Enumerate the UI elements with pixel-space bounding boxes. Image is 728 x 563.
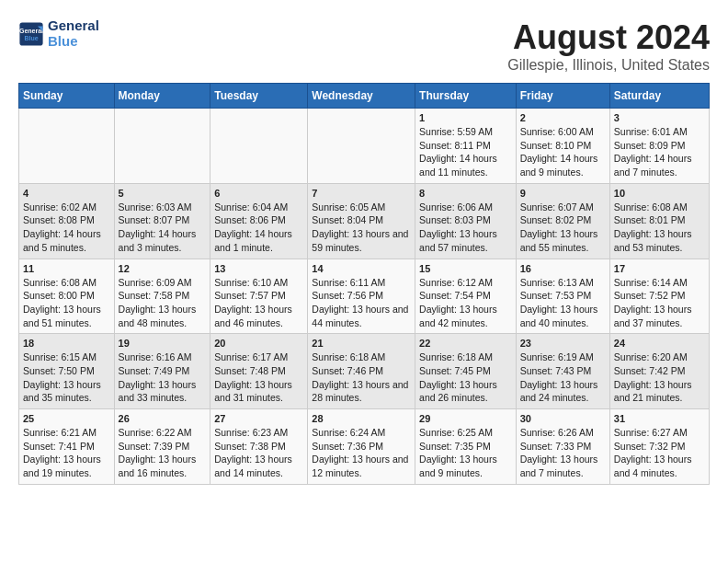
day-info: Daylight: 13 hours and 57 minutes. xyxy=(419,227,512,254)
day-info: Daylight: 13 hours and 42 minutes. xyxy=(419,303,512,329)
day-info: Daylight: 13 hours and 35 minutes. xyxy=(23,378,110,405)
day-number: 17 xyxy=(614,263,705,274)
day-info: Sunrise: 6:19 AM xyxy=(520,350,606,364)
day-info: Sunrise: 6:05 AM xyxy=(312,201,411,214)
calendar-cell: 24Sunrise: 6:20 AMSunset: 7:42 PMDayligh… xyxy=(609,334,709,409)
day-info: Sunrise: 6:18 AM xyxy=(312,350,411,364)
day-info: Daylight: 13 hours and 37 minutes. xyxy=(614,303,705,329)
day-info: Sunrise: 6:06 AM xyxy=(419,201,512,214)
day-info: Sunrise: 6:03 AM xyxy=(119,201,207,214)
day-info: Sunrise: 6:27 AM xyxy=(614,426,705,440)
day-info: Sunrise: 6:17 AM xyxy=(214,350,303,364)
week-row-2: 4Sunrise: 6:02 AMSunset: 8:08 PMDaylight… xyxy=(19,183,710,259)
day-info: Daylight: 14 hours and 11 minutes. xyxy=(419,152,512,178)
day-number: 2 xyxy=(520,112,606,123)
day-info: Daylight: 13 hours and 44 minutes. xyxy=(312,303,411,329)
day-number: 21 xyxy=(312,338,411,349)
day-info: Daylight: 14 hours and 5 minutes. xyxy=(23,227,110,254)
day-info: Daylight: 13 hours and 53 minutes. xyxy=(614,227,705,254)
day-number: 3 xyxy=(614,112,705,123)
day-info: Sunset: 7:54 PM xyxy=(419,289,512,303)
week-row-3: 11Sunrise: 6:08 AMSunset: 8:00 PMDayligh… xyxy=(19,259,710,334)
column-header-wednesday: Wednesday xyxy=(308,84,415,109)
day-info: Daylight: 13 hours and 26 minutes. xyxy=(419,378,512,405)
calendar-header-row: SundayMondayTuesdayWednesdayThursdayFrid… xyxy=(19,84,710,109)
day-info: Sunset: 8:07 PM xyxy=(119,213,207,227)
day-info: Daylight: 13 hours and 28 minutes. xyxy=(312,378,411,405)
calendar-cell xyxy=(114,109,210,184)
day-number: 28 xyxy=(312,413,411,424)
day-info: Daylight: 13 hours and 24 minutes. xyxy=(520,378,606,405)
day-info: Sunset: 8:11 PM xyxy=(419,139,512,153)
calendar-cell xyxy=(308,109,415,184)
column-header-thursday: Thursday xyxy=(415,84,517,109)
day-info: Sunrise: 6:21 AM xyxy=(23,426,110,440)
day-info: Daylight: 13 hours and 7 minutes. xyxy=(520,453,606,479)
day-info: Sunset: 8:02 PM xyxy=(520,213,606,227)
day-info: Sunrise: 6:13 AM xyxy=(520,276,606,290)
day-info: Sunset: 8:00 PM xyxy=(23,289,110,303)
day-info: Sunset: 7:39 PM xyxy=(119,440,207,454)
calendar-cell: 28Sunrise: 6:24 AMSunset: 7:36 PMDayligh… xyxy=(308,409,415,485)
day-info: Daylight: 13 hours and 4 minutes. xyxy=(614,453,705,479)
calendar-cell: 22Sunrise: 6:18 AMSunset: 7:45 PMDayligh… xyxy=(415,334,517,409)
day-info: Sunset: 8:01 PM xyxy=(614,213,705,227)
column-header-friday: Friday xyxy=(516,84,609,109)
day-info: Daylight: 13 hours and 9 minutes. xyxy=(419,453,512,479)
day-info: Sunset: 7:38 PM xyxy=(214,440,303,454)
calendar-cell xyxy=(19,109,115,184)
day-info: Sunrise: 6:12 AM xyxy=(419,276,512,290)
day-info: Sunset: 7:52 PM xyxy=(614,289,705,303)
day-info: Sunset: 7:33 PM xyxy=(520,440,606,454)
day-info: Sunset: 8:10 PM xyxy=(520,139,606,153)
logo-text-blue: Blue xyxy=(48,34,99,50)
calendar-cell: 17Sunrise: 6:14 AMSunset: 7:52 PMDayligh… xyxy=(609,259,709,334)
day-number: 30 xyxy=(520,413,606,424)
calendar-cell: 10Sunrise: 6:08 AMSunset: 8:01 PMDayligh… xyxy=(609,183,709,259)
day-number: 19 xyxy=(119,338,207,349)
calendar-cell: 26Sunrise: 6:22 AMSunset: 7:39 PMDayligh… xyxy=(114,409,210,485)
day-info: Sunrise: 6:08 AM xyxy=(23,276,110,290)
day-number: 9 xyxy=(520,188,606,199)
day-info: Sunset: 8:09 PM xyxy=(614,139,705,153)
calendar-cell: 2Sunrise: 6:00 AMSunset: 8:10 PMDaylight… xyxy=(516,109,609,184)
day-info: Sunrise: 6:04 AM xyxy=(214,201,303,214)
day-info: Sunrise: 6:08 AM xyxy=(614,201,705,214)
calendar-cell: 29Sunrise: 6:25 AMSunset: 7:35 PMDayligh… xyxy=(415,409,517,485)
calendar-cell: 11Sunrise: 6:08 AMSunset: 8:00 PMDayligh… xyxy=(19,259,115,334)
day-info: Sunrise: 6:26 AM xyxy=(520,426,606,440)
day-info: Daylight: 14 hours and 7 minutes. xyxy=(614,152,705,178)
calendar-cell: 20Sunrise: 6:17 AMSunset: 7:48 PMDayligh… xyxy=(210,334,308,409)
day-info: Sunset: 8:06 PM xyxy=(214,213,303,227)
calendar-cell: 9Sunrise: 6:07 AMSunset: 8:02 PMDaylight… xyxy=(516,183,609,259)
day-number: 14 xyxy=(312,263,411,274)
day-info: Sunset: 8:04 PM xyxy=(312,213,411,227)
day-number: 23 xyxy=(520,338,606,349)
day-info: Daylight: 13 hours and 14 minutes. xyxy=(214,453,303,479)
calendar-cell: 25Sunrise: 6:21 AMSunset: 7:41 PMDayligh… xyxy=(19,409,115,485)
calendar-cell: 27Sunrise: 6:23 AMSunset: 7:38 PMDayligh… xyxy=(210,409,308,485)
day-info: Sunrise: 6:11 AM xyxy=(312,276,411,290)
day-info: Sunrise: 6:00 AM xyxy=(520,125,606,139)
day-number: 22 xyxy=(419,338,512,349)
day-info: Sunset: 7:45 PM xyxy=(419,364,512,378)
day-info: Daylight: 13 hours and 33 minutes. xyxy=(119,378,207,405)
day-number: 10 xyxy=(614,188,705,199)
day-info: Daylight: 13 hours and 31 minutes. xyxy=(214,378,303,405)
calendar-cell xyxy=(210,109,308,184)
day-number: 29 xyxy=(419,413,512,424)
calendar-cell: 21Sunrise: 6:18 AMSunset: 7:46 PMDayligh… xyxy=(308,334,415,409)
day-info: Daylight: 13 hours and 55 minutes. xyxy=(520,227,606,254)
day-info: Sunset: 7:49 PM xyxy=(119,364,207,378)
logo: General Blue General Blue xyxy=(18,18,99,49)
day-info: Sunset: 7:46 PM xyxy=(312,364,411,378)
day-info: Daylight: 13 hours and 19 minutes. xyxy=(23,453,110,479)
day-number: 8 xyxy=(419,188,512,199)
day-info: Sunset: 8:08 PM xyxy=(23,213,110,227)
day-number: 6 xyxy=(214,188,303,199)
calendar-cell: 1Sunrise: 5:59 AMSunset: 8:11 PMDaylight… xyxy=(415,109,517,184)
day-info: Sunset: 7:48 PM xyxy=(214,364,303,378)
day-number: 20 xyxy=(214,338,303,349)
day-info: Sunset: 7:32 PM xyxy=(614,440,705,454)
logo-icon: General Blue xyxy=(18,21,44,47)
